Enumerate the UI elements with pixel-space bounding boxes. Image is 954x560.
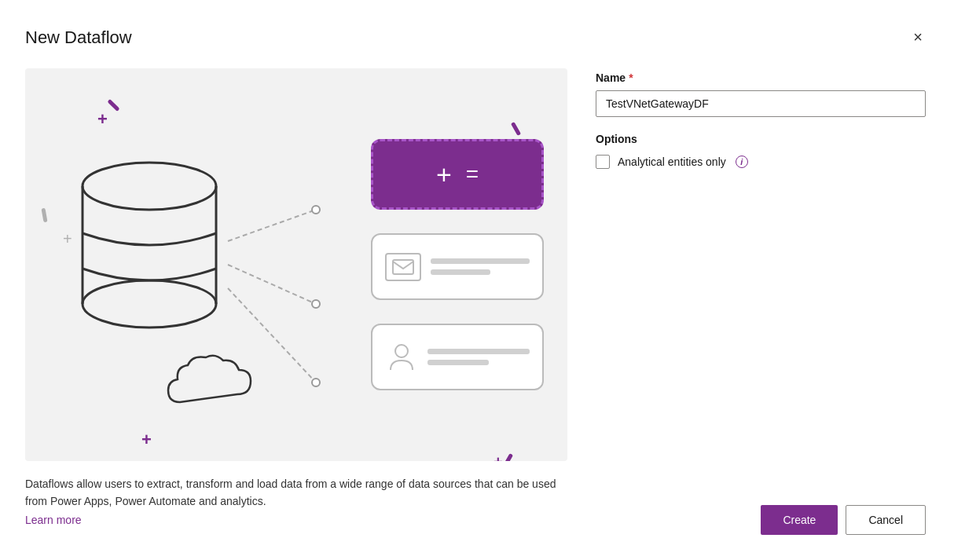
name-label: Name*: [596, 71, 926, 84]
dialog-header: New Dataflow ×: [25, 25, 926, 49]
email-card: [371, 233, 544, 300]
svg-line-1: [228, 265, 316, 304]
database-cylinder: [71, 155, 228, 346]
spacer: [596, 169, 926, 489]
deco-dash-bottomright: [503, 453, 513, 461]
svg-point-3: [312, 206, 320, 214]
name-input[interactable]: [596, 90, 926, 117]
checkbox-row: Analytical entities only i: [596, 155, 926, 169]
deco-plus-bottomright: +: [494, 453, 503, 461]
right-panel: Name* Options Analytical entities only i…: [596, 68, 926, 535]
svg-point-4: [312, 300, 320, 308]
required-star: *: [629, 71, 633, 84]
close-icon: ×: [913, 28, 923, 46]
dialog-body: + + + +: [25, 68, 926, 535]
learn-more-link[interactable]: Learn more: [25, 514, 567, 526]
dialog-title: New Dataflow: [25, 27, 132, 48]
checkbox-label: Analytical entities only: [618, 156, 726, 168]
card-line-3: [427, 349, 530, 354]
add-transform-card: + =: [371, 139, 544, 210]
illustration: + + + +: [25, 68, 567, 461]
svg-point-5: [312, 379, 320, 386]
deco-dash-topright: [511, 122, 521, 136]
svg-line-0: [228, 210, 316, 241]
envelope-icon: [385, 253, 421, 281]
info-icon[interactable]: i: [736, 156, 748, 168]
card-line-4: [427, 360, 489, 365]
plus-icon: +: [436, 161, 452, 188]
deco-dash-topleft: [107, 99, 119, 112]
svg-point-9: [83, 280, 216, 328]
cards-area: + =: [371, 139, 544, 390]
cloud-shape: [160, 351, 262, 417]
description-text: Dataflows allow users to extract, transf…: [25, 475, 567, 511]
person-card: [371, 324, 544, 390]
deco-bar-midleft: [41, 208, 47, 223]
cancel-button[interactable]: Cancel: [846, 505, 926, 535]
equals-icon: =: [466, 163, 479, 185]
card-text-lines: [431, 258, 530, 275]
deco-plus-topleft: +: [97, 109, 108, 130]
options-label: Options: [596, 133, 926, 145]
svg-point-11: [395, 345, 408, 357]
svg-rect-10: [393, 260, 413, 274]
new-dataflow-dialog: New Dataflow ×: [0, 0, 954, 560]
svg-point-6: [83, 163, 216, 210]
analytical-entities-checkbox[interactable]: [596, 155, 610, 169]
person-icon: [385, 341, 418, 374]
left-panel: + + + +: [25, 68, 567, 535]
close-button[interactable]: ×: [910, 25, 926, 49]
dialog-footer: Create Cancel: [596, 489, 926, 535]
card-line-1: [431, 258, 530, 264]
deco-plus-bottomleft: +: [141, 430, 152, 450]
card-text-lines-2: [427, 349, 530, 365]
create-button[interactable]: Create: [761, 505, 838, 535]
card-line-2: [431, 269, 490, 275]
